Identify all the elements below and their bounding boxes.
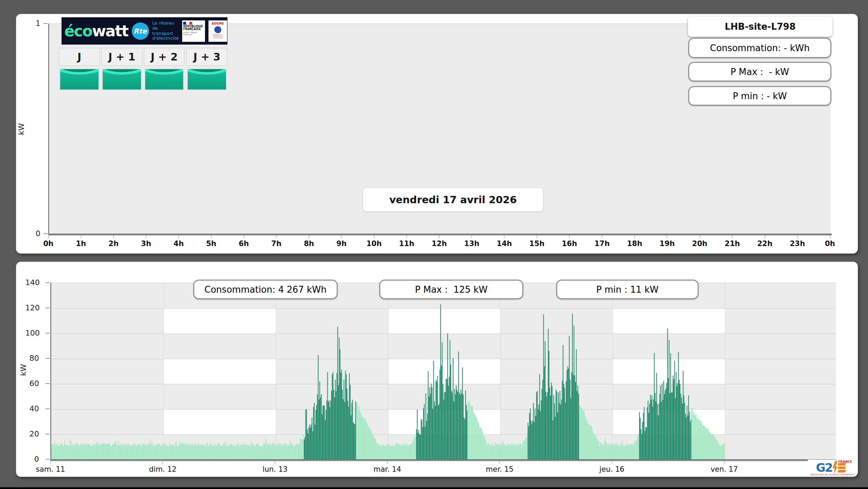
x-axis-tick-label: 18h xyxy=(621,239,648,248)
y-tick-mark xyxy=(46,434,50,434)
x-axis-day-label: sam. 11 xyxy=(30,465,71,473)
y-axis-tick-label: 20 xyxy=(25,430,39,438)
x-axis-tick-label: 12h xyxy=(426,239,453,248)
ecowatt-wordmark-eco: éco xyxy=(64,22,92,40)
x-tick-mark xyxy=(504,235,504,238)
x-axis-tick-label: 2h xyxy=(100,239,127,248)
x-tick-mark xyxy=(275,461,275,464)
ecowatt-wordmark: écowatt xyxy=(64,23,128,39)
x-axis-day-label: dim. 12 xyxy=(142,465,184,473)
y-tick-mark xyxy=(46,358,50,359)
week-chart-x-axis-line xyxy=(50,459,837,461)
y-tick-mark xyxy=(44,233,48,234)
x-tick-mark xyxy=(537,235,537,238)
x-axis-tick-label: 7h xyxy=(262,239,290,248)
x-axis-tick-label: 21h xyxy=(718,239,746,248)
x-tick-mark xyxy=(500,461,500,464)
x-axis-day-label: mer. 15 xyxy=(479,465,520,473)
x-axis-tick-label: 9h xyxy=(328,239,355,248)
x-tick-mark xyxy=(211,235,212,238)
y-tick-mark xyxy=(46,383,50,384)
stat-pmin-day: P min : - kW xyxy=(688,86,831,106)
day-button-j3[interactable]: J + 3 xyxy=(186,48,227,66)
stat-pmax-day: P Max : - kW xyxy=(688,62,831,82)
power-bar-series xyxy=(51,283,836,460)
y-tick-mark xyxy=(46,333,50,333)
rf-motto: Liberté · Égalité · Fraternité xyxy=(183,32,204,36)
x-tick-mark xyxy=(48,235,49,238)
x-axis-tick-label: 0h xyxy=(816,239,844,248)
y-axis-tick-label: 1 xyxy=(27,19,40,28)
y-axis-tick-label: 120 xyxy=(25,303,39,312)
y-axis-title: kW xyxy=(19,360,28,380)
y-tick-mark xyxy=(44,23,48,24)
y-axis-tick-label: 0 xyxy=(27,229,40,238)
x-tick-mark xyxy=(309,235,309,238)
day-button-j[interactable]: J xyxy=(59,48,100,66)
ademe-badge: ADEME AGENCE DE LA TRANSITION ÉCOLOGIQUE xyxy=(208,20,227,42)
selected-date-label: vendredi 17 avril 2026 xyxy=(363,188,543,211)
y-axis-title: kW xyxy=(17,119,26,140)
site-title: LHB-site-L798 xyxy=(688,17,832,37)
day-button-j2[interactable]: J + 2 xyxy=(144,48,185,66)
x-axis-tick-label: 3h xyxy=(132,239,160,248)
x-axis-tick-label: 6h xyxy=(230,239,258,248)
x-axis-tick-label: 13h xyxy=(458,239,486,248)
x-axis-tick-label: 0h xyxy=(35,239,62,248)
y-axis-tick-label: 60 xyxy=(25,379,39,388)
x-tick-mark xyxy=(612,461,612,464)
x-axis-tick-label: 1h xyxy=(67,239,95,248)
ademe-title: ADEME xyxy=(210,22,226,25)
french-flag-icon xyxy=(183,22,192,25)
x-tick-mark xyxy=(602,235,602,238)
g2e-tagline: Optimisation des ressources énergétiques xyxy=(811,473,854,476)
stat-consumption-day: Consommation: - kWh xyxy=(688,38,831,58)
x-tick-mark xyxy=(162,461,163,464)
stat-pmin-week: P min : 11 kW xyxy=(556,280,699,299)
x-axis-tick-label: 8h xyxy=(295,239,323,248)
x-axis-tick-label: 17h xyxy=(588,239,616,248)
x-tick-mark xyxy=(830,235,830,238)
y-axis-tick-label: 140 xyxy=(25,278,39,287)
ecowatt-signal-tile-j xyxy=(59,68,100,91)
x-tick-mark xyxy=(765,235,765,238)
y-axis-tick-label: 0 xyxy=(25,455,39,463)
g2e-letter-e xyxy=(838,463,846,472)
x-axis-tick-label: 14h xyxy=(491,239,518,248)
g2e-logo: G2 FRANCE Optimisation des ressources én… xyxy=(808,460,853,476)
x-tick-mark xyxy=(244,235,244,238)
x-tick-mark xyxy=(439,235,439,238)
week-chart-plot-area[interactable] xyxy=(50,283,836,460)
top-chart-panel: 1 0 kW 0h1h2h3h4h5h6h7h8h9h10h11h12h13h1… xyxy=(16,14,858,254)
x-tick-mark xyxy=(374,235,374,238)
ecowatt-logo: écowatt Rte Le réseau de transport d'éle… xyxy=(62,17,227,45)
x-tick-mark xyxy=(732,235,732,238)
day-button-j1[interactable]: J + 1 xyxy=(101,48,142,66)
x-axis-tick-label: 19h xyxy=(653,239,681,248)
x-axis-tick-label: 22h xyxy=(751,239,779,248)
x-tick-mark xyxy=(407,235,407,238)
x-tick-mark xyxy=(178,235,179,238)
x-axis-day-label: ven. 17 xyxy=(703,465,745,473)
lightning-bolt-icon xyxy=(833,461,838,474)
stat-pmax-week: P Max : 125 kW xyxy=(379,280,523,299)
week-chart-panel: 020406080100120140 kW sam. 11dim. 12lun.… xyxy=(16,262,858,477)
x-tick-mark xyxy=(387,461,388,464)
g2e-country: FRANCE xyxy=(838,460,852,463)
x-axis-tick-label: 20h xyxy=(686,239,713,248)
x-axis-day-label: jeu. 16 xyxy=(591,465,633,473)
x-tick-mark xyxy=(724,461,725,464)
ademe-globe-icon xyxy=(214,26,221,33)
rf-line2: FRANÇAISE xyxy=(183,28,204,31)
x-tick-mark xyxy=(341,235,342,238)
rte-logo-icon: Rte xyxy=(132,22,149,40)
screen-bottom-bar xyxy=(0,487,868,489)
x-tick-mark xyxy=(700,235,700,238)
power-bars xyxy=(51,304,725,460)
ecowatt-signal-tile-j1 xyxy=(101,68,142,91)
x-axis-tick-label: 4h xyxy=(165,239,193,248)
x-tick-mark xyxy=(667,235,667,238)
x-axis-day-label: mar. 14 xyxy=(367,465,408,473)
x-axis-day-label: lun. 13 xyxy=(254,465,296,473)
y-tick-mark xyxy=(46,408,50,409)
